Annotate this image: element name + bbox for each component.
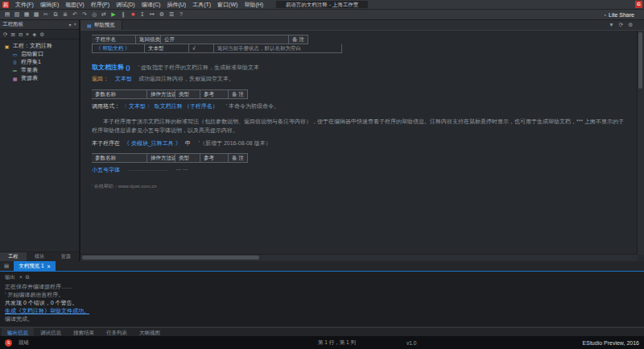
window-title: 易语言的文档注释 - 上海工作室 bbox=[276, 1, 368, 8]
run-icon[interactable]: ▶ bbox=[109, 10, 118, 19]
module-line: 本子程序在 《 类模块_注释工具 》 中 '（新增于 2016-08-08 版本… bbox=[92, 139, 638, 147]
horizontal-scrollbar[interactable] bbox=[80, 254, 638, 261]
module-link[interactable]: 《 类模块_注释工具 》 bbox=[124, 140, 181, 146]
strip-doc-icon[interactable]: ▤ bbox=[2, 263, 11, 269]
tree-item-resources[interactable]: ▦ 资源表 bbox=[0, 74, 79, 82]
subroutine-name-link[interactable]: 《 帮助文档 》 bbox=[92, 44, 145, 53]
status-brand-badge[interactable]: S bbox=[5, 339, 12, 347]
cursor-position: 第 1 行，第 1 列 bbox=[318, 339, 356, 347]
step-in-icon[interactable]: ↧ bbox=[138, 10, 147, 19]
vertical-scrollbar[interactable] bbox=[637, 31, 644, 255]
titlebar: 易 文件(F)编辑(E)视图(V)程序(P)调试(D)编译(C)插件(U)工具(… bbox=[0, 0, 644, 10]
refresh-doc-icon[interactable]: ⟳ bbox=[619, 22, 623, 28]
sidebar-tab-project[interactable]: 工程 bbox=[0, 252, 27, 261]
menu-item[interactable]: 帮助(H) bbox=[241, 0, 266, 9]
help-icon[interactable]: ? bbox=[177, 10, 185, 19]
cut-icon[interactable]: ✂ bbox=[42, 10, 50, 19]
return-desc: 成功返回注释内容，失败返回空文本。 bbox=[138, 76, 234, 81]
help-footnote: ' 在线帮助：www.dywt.com.cn bbox=[92, 183, 638, 190]
table-header-cell: 备 注 bbox=[289, 35, 308, 44]
new-file-icon[interactable]: ▤ bbox=[3, 10, 11, 19]
tree-settings-icon[interactable]: ⚙ bbox=[39, 31, 44, 38]
save-all-icon[interactable]: ▩ bbox=[32, 10, 40, 19]
options-icon[interactable]: ☰ bbox=[167, 10, 175, 19]
redo-icon[interactable]: ↷ bbox=[80, 10, 89, 19]
module-prefix: 本子程序在 bbox=[92, 140, 120, 146]
collapse-all-icon[interactable]: ⊟ bbox=[19, 31, 23, 38]
menu-item[interactable]: 文件(F) bbox=[12, 0, 37, 9]
sidebar-tab-module[interactable]: 模块 bbox=[27, 252, 53, 261]
sort-tree-icon[interactable]: ≡ bbox=[26, 31, 29, 37]
refresh-tree-icon[interactable]: ⟳ bbox=[3, 31, 7, 38]
filter-icon[interactable]: ▼ bbox=[609, 22, 613, 28]
menu-item[interactable]: 插件(U) bbox=[163, 0, 189, 9]
menu-item[interactable]: 调试(D) bbox=[113, 0, 138, 9]
preview-tab[interactable]: 文档预览 1 × bbox=[14, 261, 56, 271]
tree-item-label: 启动窗口 bbox=[21, 50, 43, 58]
document-area: ▤ 帮助预览 ▼⟳⚙ 子程序名返回值类型公开备 注 《 帮助文档 》 文本型 bbox=[80, 20, 644, 261]
sidebar-tabs: 工程模块资源 bbox=[0, 251, 79, 261]
paste-icon[interactable]: ≣ bbox=[61, 10, 69, 19]
table-header-cell: 参考 bbox=[200, 153, 229, 163]
undo-icon[interactable]: ↶ bbox=[71, 10, 79, 19]
table-header-cell: 子程序名 bbox=[92, 35, 136, 44]
project-panel: 工程面板 ▾× ⟳⊞⊟≡◈⚙ ▣ 工程：文档注释 ▭ 启动窗 bbox=[0, 20, 80, 261]
horizontal-scrollbar-thumb[interactable] bbox=[82, 256, 259, 260]
tree-item-assembly[interactable]: {} 程序集1 bbox=[0, 58, 79, 66]
toolbar-right: ◦ Lite Share bbox=[605, 12, 644, 18]
step-over-icon[interactable]: ↦ bbox=[148, 10, 156, 19]
tree-item-window[interactable]: ▭ 启动窗口 bbox=[0, 50, 79, 58]
compile-icon[interactable]: ⚙ bbox=[158, 10, 166, 19]
preview-tab-close-icon[interactable]: × bbox=[47, 264, 51, 269]
table-header-cell: 参数名称 bbox=[92, 153, 147, 163]
tree-item-constants[interactable]: ≔ 常量表 bbox=[0, 66, 79, 74]
public-flag-cell: √ bbox=[189, 44, 214, 53]
tree-item-icon: {} bbox=[11, 60, 19, 64]
copy-icon[interactable]: ⧉ bbox=[52, 10, 60, 19]
menu-item[interactable]: 窗口(W) bbox=[214, 0, 241, 9]
close-panel-icon[interactable]: × bbox=[73, 22, 76, 27]
save-icon[interactable]: ▦ bbox=[23, 10, 31, 19]
table-header-cell: 参数名称 bbox=[92, 89, 147, 99]
preview-tab-label: 文档预览 1 bbox=[19, 263, 43, 270]
pause-icon[interactable]: ∥ bbox=[119, 10, 127, 19]
app-icon: 易 bbox=[2, 2, 9, 8]
menu-item[interactable]: 视图(V) bbox=[62, 0, 87, 9]
expand-all-icon[interactable]: ⊞ bbox=[10, 31, 14, 38]
pin-panel-icon[interactable]: ▾ bbox=[68, 22, 71, 27]
table-header-cell: 类型 bbox=[175, 89, 200, 99]
return-line: 返回： 文本型 成功返回注释内容，失败返回空文本。 bbox=[92, 75, 638, 83]
brand-badge-icon[interactable]: G bbox=[635, 1, 642, 8]
locate-item-icon[interactable]: ◈ bbox=[32, 31, 36, 38]
project-panel-title: 工程面板 bbox=[2, 21, 23, 28]
menu-item[interactable]: 工具(T) bbox=[189, 0, 214, 9]
sidebar-tab-resource[interactable]: 资源 bbox=[52, 252, 79, 261]
app-window: 易 文件(F)编辑(E)视图(V)程序(P)调试(D)编译(C)插件(U)工具(… bbox=[0, 0, 644, 349]
call-format-text: 〈 文本型 〉 取文档注释 （子程序名） bbox=[122, 103, 218, 109]
font-name-link[interactable]: 小五号字体 bbox=[92, 166, 120, 174]
note-cell: 返回当前手册状态，默认名称为空白 bbox=[214, 44, 342, 53]
document-tab-icon: ▤ bbox=[87, 23, 92, 28]
vertical-scrollbar-thumb[interactable] bbox=[638, 32, 642, 89]
copy-output-icon[interactable]: ⧉ bbox=[26, 274, 30, 280]
find-icon[interactable]: ◎ bbox=[90, 10, 98, 19]
output-header-icons: ×⧉ bbox=[19, 274, 29, 280]
doc-settings-icon[interactable]: ⚙ bbox=[628, 22, 633, 28]
output-line: 共发现 0 个错误，0 个警告。 bbox=[5, 299, 644, 307]
section-heading: 取文档注释 () ' 提取指定子程序的文档注释，生成标准帮助文本 bbox=[92, 63, 638, 72]
tree-item-project[interactable]: ▣ 工程：文档注释 bbox=[0, 42, 79, 50]
tree-item-icon: ▭ bbox=[11, 52, 19, 57]
menu-item[interactable]: 编译(C) bbox=[138, 0, 164, 9]
tree-item-icon: ≔ bbox=[11, 68, 19, 73]
document-tab[interactable]: ▤ 帮助预览 bbox=[80, 20, 122, 30]
menu-item[interactable]: 编辑(E) bbox=[37, 0, 62, 9]
stop-icon[interactable]: ■ bbox=[129, 10, 137, 19]
call-format-label: 调用格式： bbox=[92, 103, 120, 109]
lite-share-label[interactable]: Lite Share bbox=[609, 12, 634, 18]
replace-icon[interactable]: ⇄ bbox=[100, 10, 108, 19]
menu-item[interactable]: 程序(P) bbox=[88, 0, 113, 9]
table-header-cell: 返回值类型 bbox=[136, 35, 161, 44]
clear-output-icon[interactable]: × bbox=[19, 274, 23, 280]
output-line-link: 生成《文档注释》帮助文件成功。 bbox=[5, 307, 644, 315]
open-file-icon[interactable]: ▧ bbox=[13, 10, 21, 19]
